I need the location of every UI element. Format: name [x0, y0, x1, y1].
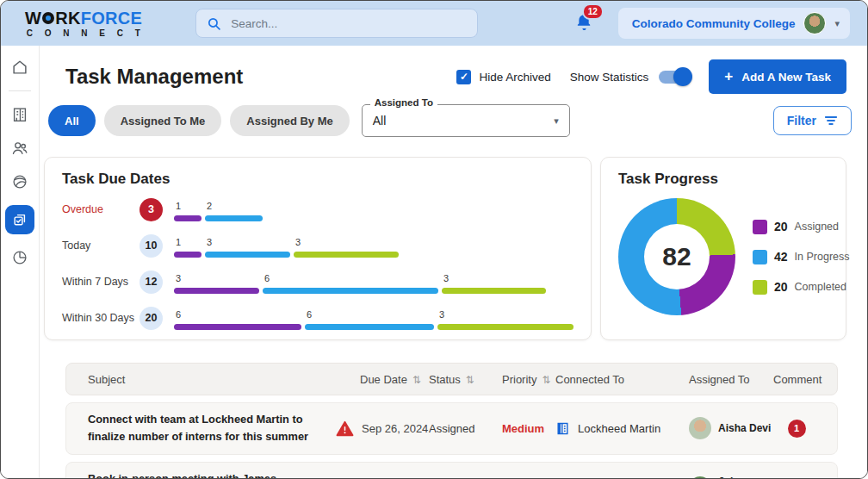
sidebar-item-partnerships[interactable]	[9, 171, 30, 192]
sort-icon[interactable]: ⇅	[542, 374, 550, 386]
bar-segment-purple: 6	[174, 324, 301, 330]
home-icon	[10, 58, 29, 77]
filter-chip-assigned-to-me[interactable]: Assigned To Me	[104, 105, 222, 136]
legend-value: 42	[774, 250, 788, 264]
task-board-icon	[11, 211, 28, 228]
due-row-count-badge: 3	[140, 198, 163, 221]
due-row-count-badge: 20	[140, 307, 163, 330]
sidebar-item-reports[interactable]	[9, 247, 30, 268]
column-header-assigned-to: Assigned To	[689, 373, 773, 386]
assigned-to-cell: Aisha Devi	[689, 417, 773, 439]
show-statistics-label: Show Statistics	[570, 71, 649, 84]
hide-archived-checkbox-row[interactable]: ✓ Hide Archived	[456, 70, 550, 84]
legend-name: Assigned	[795, 221, 839, 233]
assigned-to-cell: John White	[689, 476, 773, 479]
sidebar-item-contacts[interactable]	[9, 138, 30, 159]
account-name: Colorado Community College	[632, 17, 796, 30]
plus-icon: +	[724, 68, 733, 85]
due-row-overdue: Overdue312	[62, 195, 574, 224]
legend-item-in-progress: 42In Progress	[753, 250, 850, 264]
select-caret-icon: ▾	[554, 115, 559, 127]
toggle-knob	[673, 67, 692, 86]
sidebar-divider	[9, 90, 31, 91]
add-task-label: Add A New Task	[741, 71, 831, 84]
due-row-within-30-days: Within 30 Days20663	[62, 303, 574, 333]
bar-segment-value: 1	[176, 237, 181, 247]
show-statistics-toggle[interactable]	[659, 71, 690, 84]
top-bar: WRKFORCE C O N N E C T 12 Colorado Commu…	[1, 1, 867, 46]
filter-lines-icon	[824, 115, 838, 127]
table-header-row: SubjectDue Date⇅Status⇅Priority⇅Connecte…	[65, 363, 838, 395]
search-bar[interactable]	[195, 9, 478, 38]
due-row-bars: 133	[174, 234, 574, 258]
due-date-text: Sep 26, 2024	[362, 422, 428, 435]
bar-segment-value: 1	[176, 201, 181, 211]
sidebar-item-home[interactable]	[9, 57, 30, 78]
sort-icon[interactable]: ⇅	[412, 374, 421, 386]
task-subject: Book in-person meeting with James Burton	[88, 470, 336, 479]
legend-item-assigned: 20Assigned	[753, 220, 850, 234]
bar-segment-blue: 2	[205, 215, 263, 221]
bar-segment-value: 2	[207, 201, 212, 211]
bar-segment-purple: 3	[174, 288, 259, 294]
bar-segment-purple: 1	[174, 252, 202, 258]
assigned-to-select[interactable]: Assigned To All ▾	[362, 104, 570, 137]
legend-name: In Progress	[795, 251, 850, 263]
legend-value: 20	[774, 280, 788, 294]
account-avatar	[803, 12, 826, 34]
notification-count-badge: 12	[582, 3, 604, 20]
due-dates-title: Task Due Dates	[62, 171, 574, 188]
assignee-name: Aisha Devi	[718, 422, 771, 434]
filter-chip-all[interactable]: All	[48, 105, 96, 136]
page-header: Task Management ✓ Hide Archived Show Sta…	[40, 46, 867, 99]
legend-swatch	[753, 220, 767, 234]
column-header-status: Status⇅	[429, 373, 502, 386]
assignee-name: John White	[718, 476, 773, 479]
sort-icon[interactable]: ⇅	[466, 374, 474, 386]
donut-center-value: 82	[644, 224, 710, 289]
sidebar-item-tasks-active[interactable]	[5, 205, 34, 234]
checkbox-checked-icon[interactable]: ✓	[456, 70, 471, 84]
due-row-label: Within 30 Days	[62, 312, 140, 324]
assigned-to-select-value: All	[373, 114, 387, 128]
left-nav-sidebar	[1, 46, 40, 479]
main-content: Task Management ✓ Hide Archived Show Sta…	[40, 46, 867, 479]
filter-button[interactable]: Filter	[773, 106, 852, 135]
due-row-count-badge: 10	[140, 234, 163, 258]
bar-segment-purple: 1	[174, 215, 202, 221]
people-icon	[10, 139, 29, 158]
logo-line1: WRKFORCE	[25, 9, 142, 27]
legend-swatch	[753, 280, 767, 295]
due-row-today: Today10133	[62, 231, 574, 260]
table-row[interactable]: Book in-person meeting with James Burton…	[65, 462, 838, 479]
bar-segment-blue: 3	[205, 252, 290, 258]
table-row[interactable]: Connect with team at Lockheed Martin to …	[65, 402, 838, 455]
due-row-bars: 12	[174, 198, 574, 221]
logo-connect: C O N N E C T	[27, 29, 146, 38]
sidebar-item-organization[interactable]	[9, 104, 30, 125]
page-title: Task Management	[65, 65, 243, 89]
comment-count-badge[interactable]: 1	[788, 420, 806, 438]
bar-segment-green: 3	[442, 288, 546, 294]
app-window: WRKFORCE C O N N E C T 12 Colorado Commu…	[0, 0, 868, 479]
show-statistics-row: Show Statistics	[570, 71, 691, 84]
progress-legend: 20Assigned42In Progress20Completed	[753, 220, 850, 295]
due-row-label: Overdue	[62, 203, 140, 215]
status-cell: Assigned	[429, 422, 502, 435]
legend-item-completed: 20Completed	[753, 280, 850, 295]
logo-o-icon	[42, 12, 54, 24]
bar-segment-green: 3	[294, 252, 399, 258]
bar-segment-value: 3	[207, 237, 212, 247]
connected-to-cell[interactable]: Lockheed Martin	[555, 421, 689, 436]
search-input[interactable]	[229, 16, 467, 31]
notifications-button[interactable]: 12	[574, 12, 594, 35]
column-header-connected-to: Connected To	[555, 373, 689, 386]
filter-chip-assigned-by-me[interactable]: Assigned By Me	[230, 105, 349, 136]
add-new-task-button[interactable]: + Add A New Task	[709, 59, 846, 94]
bar-segment-value: 3	[439, 309, 444, 320]
table-body: Connect with team at Lockheed Martin to …	[65, 402, 838, 479]
chevron-down-icon: ▾	[834, 18, 840, 29]
account-menu[interactable]: Colorado Community College ▾	[618, 8, 850, 39]
comment-cell: 1	[773, 420, 820, 438]
filter-chips: AllAssigned To MeAssigned By Me	[48, 105, 350, 136]
